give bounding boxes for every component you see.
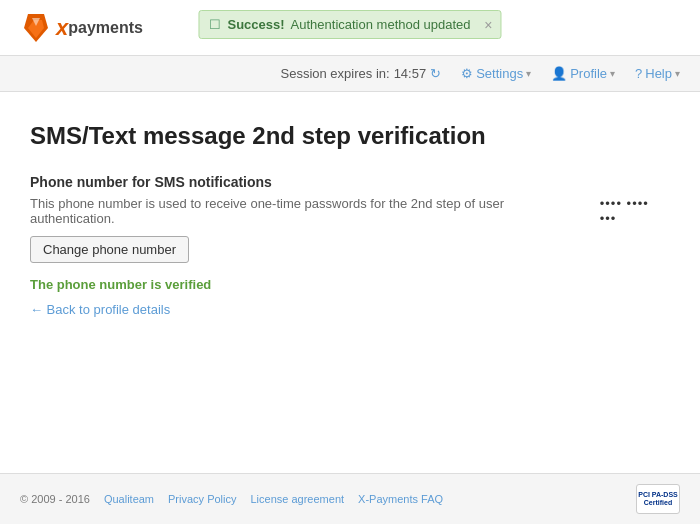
logo-x-text: x [56, 15, 68, 41]
help-label: Help [645, 66, 672, 81]
profile-menu[interactable]: 👤 Profile ▾ [551, 66, 615, 81]
profile-icon: 👤 [551, 66, 567, 81]
footer-license-link[interactable]: License agreement [251, 493, 345, 505]
verified-status-text: The phone number is verified [30, 277, 670, 292]
back-to-profile-link[interactable]: ← Back to profile details [30, 302, 170, 317]
header: xpayments ☐ Success! Authentication meth… [0, 0, 700, 56]
footer-privacy-link[interactable]: Privacy Policy [168, 493, 236, 505]
profile-caret-icon: ▾ [610, 68, 615, 79]
help-icon: ? [635, 66, 642, 81]
document-icon: ☐ [209, 17, 221, 32]
logo-payments-text: payments [68, 19, 143, 37]
notification-banner: ☐ Success! Authentication method updated… [198, 10, 501, 39]
page-title: SMS/Text message 2nd step verification [30, 122, 670, 150]
session-info: Session expires in: 14:57 ↻ [281, 66, 442, 81]
session-label: Session expires in: [281, 66, 390, 81]
footer-faq-link[interactable]: X-Payments FAQ [358, 493, 443, 505]
footer: © 2009 - 2016 Qualiteam Privacy Policy L… [0, 473, 700, 524]
pci-badge-text: PCI PA-DSSCertified [638, 491, 678, 506]
main-content: SMS/Text message 2nd step verification P… [0, 92, 700, 337]
footer-left: © 2009 - 2016 Qualiteam Privacy Policy L… [20, 493, 443, 505]
content-area: SMS/Text message 2nd step verification P… [0, 92, 700, 524]
refresh-icon[interactable]: ↻ [430, 66, 441, 81]
top-nav: Session expires in: 14:57 ↻ ⚙ Settings ▾… [0, 56, 700, 92]
settings-icon: ⚙ [461, 66, 473, 81]
phone-masked-number: •••• •••• ••• [600, 196, 670, 226]
notification-message: Authentication method updated [291, 17, 471, 32]
pci-badge: PCI PA-DSSCertified [636, 484, 680, 514]
profile-label: Profile [570, 66, 607, 81]
logo: xpayments [20, 12, 143, 44]
settings-caret-icon: ▾ [526, 68, 531, 79]
change-phone-number-button[interactable]: Change phone number [30, 236, 189, 263]
logo-icon [20, 12, 52, 44]
footer-company-link[interactable]: Qualiteam [104, 493, 154, 505]
help-menu[interactable]: ? Help ▾ [635, 66, 680, 81]
footer-right: PCI PA-DSSCertified [636, 484, 680, 514]
settings-label: Settings [476, 66, 523, 81]
settings-menu[interactable]: ⚙ Settings ▾ [461, 66, 531, 81]
footer-copyright: © 2009 - 2016 [20, 493, 90, 505]
section-description: This phone number is used to receive one… [30, 196, 670, 226]
notification-close-button[interactable]: × [484, 18, 492, 32]
section-title: Phone number for SMS notifications [30, 174, 670, 190]
help-caret-icon: ▾ [675, 68, 680, 79]
section-desc-text: This phone number is used to receive one… [30, 196, 592, 226]
session-timer: 14:57 [394, 66, 427, 81]
success-label: Success! [227, 17, 284, 32]
